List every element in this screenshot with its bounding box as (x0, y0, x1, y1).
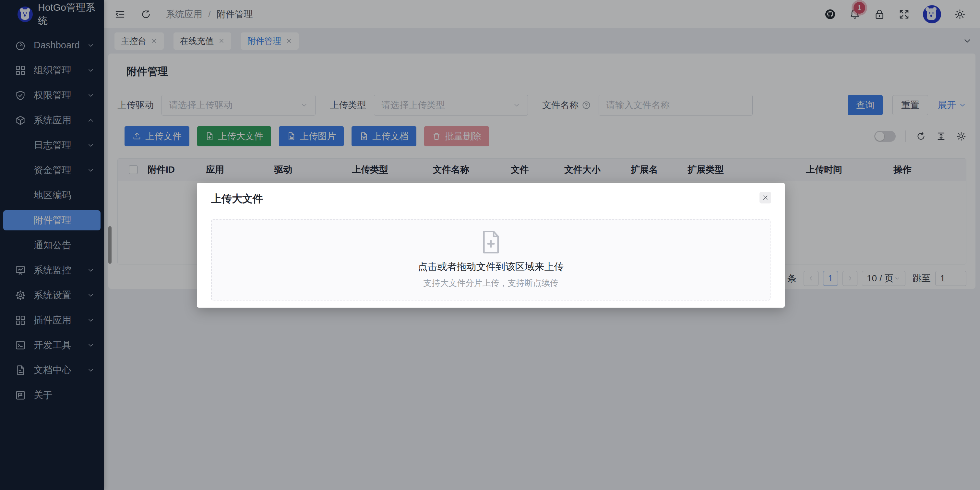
dropzone-sub-text: 支持大文件分片上传，支持断点续传 (423, 278, 558, 289)
upload-dropzone[interactable]: 点击或者拖动文件到该区域来上传 支持大文件分片上传，支持断点续传 (211, 219, 770, 300)
dropzone-main-text: 点击或者拖动文件到该区域来上传 (418, 260, 564, 274)
close-icon (762, 195, 768, 201)
modal-title: 上传大文件 (211, 192, 770, 206)
modal-close-button[interactable] (759, 192, 771, 203)
app-screen: HotGo管理系统 Dashboard 组织管理 权限管理 系统应用 (0, 0, 980, 490)
file-add-icon (480, 230, 502, 254)
upload-big-file-modal: 上传大文件 点击或者拖动文件到该区域来上传 支持大文件分片上传，支持断点续传 (197, 183, 785, 308)
